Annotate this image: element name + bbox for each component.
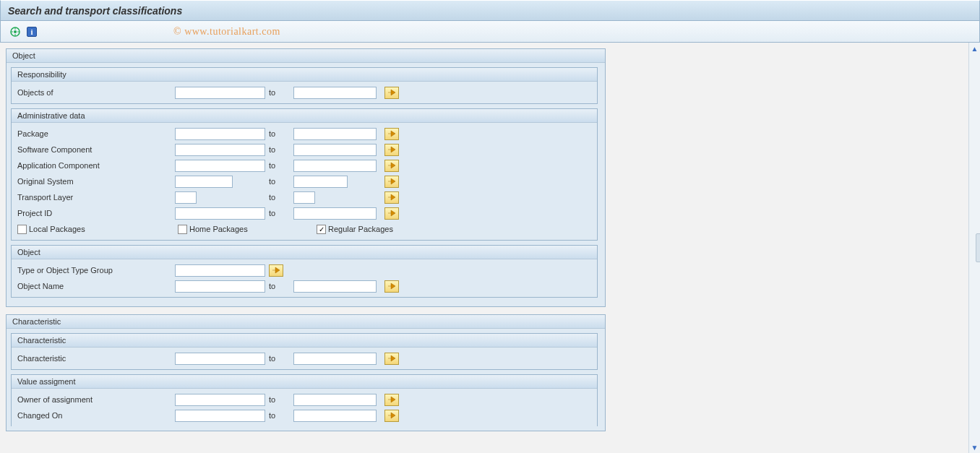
input-changed-on-to[interactable] — [293, 410, 377, 422]
checkbox-home-packages[interactable] — [178, 225, 187, 234]
input-objects-of-from[interactable] — [175, 87, 265, 99]
group-object: Object Responsibility Objects of to Adm — [6, 48, 606, 307]
content-area: Object Responsibility Objects of to Adm — [0, 43, 968, 453]
row-software-component: Software Component to — [16, 142, 593, 158]
input-original-system-from[interactable] — [175, 176, 233, 188]
row-type-group: Type or Object Type Group — [16, 262, 593, 278]
input-software-component-from[interactable] — [175, 144, 265, 156]
input-transport-layer-to[interactable] — [293, 191, 315, 204]
row-characteristic: Characteristic to — [16, 350, 593, 366]
label-objects-of: Objects of — [16, 88, 175, 97]
multi-select-transport-layer[interactable] — [384, 191, 399, 204]
input-owner-to[interactable] — [293, 394, 377, 406]
multi-select-type-group[interactable] — [269, 264, 283, 277]
checkbox-regular-packages[interactable]: ✓ — [317, 225, 326, 234]
input-package-to[interactable] — [293, 128, 377, 140]
svg-point-1 — [14, 30, 17, 33]
group-characteristic: Characteristic Characteristic Characteri… — [6, 314, 606, 431]
row-object-name: Object Name to — [16, 278, 593, 294]
input-changed-on-from[interactable] — [175, 410, 265, 422]
input-owner-from[interactable] — [175, 394, 265, 406]
input-package-from[interactable] — [175, 128, 265, 140]
multi-select-original-system[interactable] — [384, 176, 399, 188]
row-original-system: Original System to — [16, 173, 593, 189]
multi-select-changed-on[interactable] — [384, 410, 399, 422]
subgroup-responsibility: Responsibility Objects of to — [11, 67, 598, 104]
multi-select-project-id[interactable] — [384, 207, 399, 220]
label-application-component: Application Component — [16, 161, 175, 170]
label-package: Package — [16, 129, 175, 138]
page-title: Search and transport classifications — [8, 5, 182, 17]
input-application-component-to[interactable] — [293, 160, 377, 172]
label-regular-packages: Regular Packages — [328, 225, 393, 233]
input-transport-layer-from[interactable] — [175, 191, 197, 204]
input-object-name-to[interactable] — [293, 280, 377, 293]
multi-select-objects-of[interactable] — [384, 87, 399, 99]
subgroup-characteristic-title: Characteristic — [12, 334, 597, 348]
resize-grip[interactable] — [976, 233, 980, 262]
execute-button[interactable] — [8, 25, 22, 39]
input-type-group[interactable] — [175, 264, 265, 277]
info-button[interactable]: i — [27, 27, 37, 37]
label-characteristic: Characteristic — [16, 354, 175, 363]
multi-select-application-component[interactable] — [384, 160, 399, 172]
row-owner: Owner of assignment to — [16, 392, 593, 407]
subgroup-admin: Administrative data Package to Software … — [11, 108, 598, 241]
input-project-id-from[interactable] — [175, 207, 265, 220]
multi-select-package[interactable] — [384, 128, 399, 140]
input-characteristic-to[interactable] — [293, 353, 377, 365]
input-characteristic-from[interactable] — [175, 353, 265, 365]
multi-select-characteristic[interactable] — [384, 353, 399, 365]
multi-select-owner[interactable] — [384, 394, 399, 406]
label-object-name: Object Name — [16, 282, 175, 290]
input-original-system-to[interactable] — [293, 176, 348, 188]
title-bar: Search and transport classifications — [0, 0, 980, 21]
row-objects-of: Objects of to — [16, 85, 593, 100]
label-software-component: Software Component — [16, 145, 175, 154]
row-changed-on: Changed On to — [16, 407, 593, 423]
row-package-flags: Local Packages Home Packages ✓ Regular P… — [16, 221, 593, 237]
label-type-group: Type or Object Type Group — [16, 266, 175, 275]
toolbar: i — [0, 21, 980, 43]
scroll-up-icon[interactable]: ▲ — [969, 43, 980, 54]
label-owner: Owner of assignment — [16, 395, 175, 404]
label-home-packages: Home Packages — [189, 225, 248, 233]
subgroup-value-assignment-title: Value assigment — [12, 375, 597, 389]
multi-select-object-name[interactable] — [384, 280, 399, 293]
subgroup-characteristic: Characteristic Characteristic to — [11, 333, 598, 370]
label-transport-layer: Transport Layer — [16, 193, 175, 202]
row-transport-layer: Transport Layer to — [16, 189, 593, 205]
input-software-component-to[interactable] — [293, 144, 377, 156]
input-objects-of-to[interactable] — [293, 87, 377, 99]
to-label: to — [269, 88, 291, 97]
scroll-down-icon[interactable]: ▼ — [969, 441, 980, 453]
input-project-id-to[interactable] — [293, 207, 377, 220]
input-application-component-from[interactable] — [175, 160, 265, 172]
row-project-id: Project ID to — [16, 205, 593, 221]
row-package: Package to — [16, 126, 593, 142]
label-local-packages: Local Packages — [29, 225, 85, 233]
subgroup-object-inner-title: Object — [12, 246, 597, 259]
checkbox-local-packages[interactable] — [17, 225, 27, 234]
input-object-name-from[interactable] — [175, 280, 265, 293]
group-characteristic-title: Characteristic — [7, 315, 605, 329]
subgroup-value-assignment: Value assigment Owner of assignment to C… — [11, 374, 598, 426]
row-application-component: Application Component to — [16, 158, 593, 173]
subgroup-admin-title: Administrative data — [12, 109, 597, 123]
label-changed-on: Changed On — [16, 411, 175, 420]
subgroup-responsibility-title: Responsibility — [12, 68, 597, 82]
multi-select-software-component[interactable] — [384, 144, 399, 156]
group-object-title: Object — [7, 49, 605, 63]
label-project-id: Project ID — [16, 209, 175, 217]
label-original-system: Original System — [16, 177, 175, 186]
subgroup-object-inner: Object Type or Object Type Group Object … — [11, 245, 598, 298]
